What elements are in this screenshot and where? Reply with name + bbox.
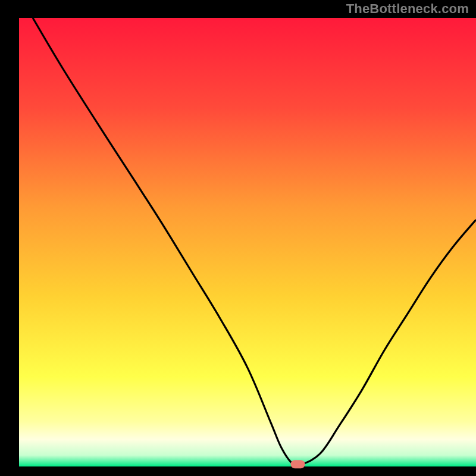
gradient-background: [19, 18, 476, 466]
bottleneck-chart: [0, 0, 476, 476]
optimum-marker: [290, 460, 305, 468]
watermark-text: TheBottleneck.com: [346, 1, 469, 17]
chart-container: TheBottleneck.com: [0, 0, 476, 476]
